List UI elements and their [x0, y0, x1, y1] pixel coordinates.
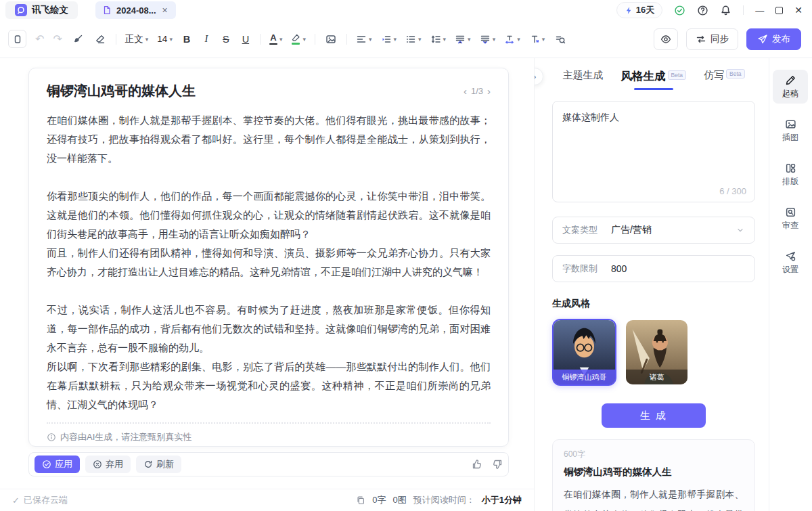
- article-paragraph[interactable]: 在咱们媒体圈，制作人就是那帮手握剧本、掌控节奏的大佬。他们得有眼光，挑出最带感的…: [47, 111, 491, 168]
- app-logo[interactable]: 讯飞绘文: [5, 1, 78, 19]
- doc-stats: 0字 0图 预计阅读时间： 小于1分钟: [356, 494, 522, 506]
- article-body: 在咱们媒体圈，制作人就是那帮手握剧本、掌控节奏的大佬。他们得有眼光，挑出最带感的…: [47, 111, 491, 414]
- document-tab[interactable]: 2024-08... ×: [95, 1, 176, 19]
- indent-select[interactable]: ▾: [381, 34, 397, 45]
- undo-icon[interactable]: ↶: [35, 32, 44, 45]
- font-size-select[interactable]: 14 ▾: [157, 34, 173, 44]
- refresh-button[interactable]: 刷新: [136, 456, 181, 473]
- copy-type-label: 文案类型: [562, 224, 597, 236]
- italic-button[interactable]: I: [201, 33, 212, 45]
- titlebar-divider: [743, 5, 744, 15]
- article-title[interactable]: 铜锣湾山鸡哥的媒体人生: [47, 82, 196, 100]
- find-replace-icon[interactable]: [554, 32, 567, 46]
- workspace: 铜锣湾山鸡哥的媒体人生 ‹ 1/3 › 在咱们媒体圈，制作人就是那帮手握剧本、掌…: [0, 58, 812, 511]
- beta-badge: Beta: [668, 70, 687, 80]
- rail-item-settings[interactable]: 设置: [773, 246, 808, 280]
- saved-check-icon[interactable]: [674, 5, 685, 16]
- thumbs-down-icon[interactable]: [492, 459, 503, 470]
- text-direction-select[interactable]: ▾: [529, 34, 545, 45]
- window-maximize-button[interactable]: [775, 7, 783, 14]
- version-pager: ‹ 1/3 ›: [464, 85, 491, 97]
- preview-button[interactable]: [654, 28, 678, 50]
- notifications-bell-icon[interactable]: [720, 5, 731, 16]
- generate-button[interactable]: 生 成: [602, 403, 706, 428]
- rail-item-illustration[interactable]: 插图: [773, 114, 808, 148]
- publish-button[interactable]: 发布: [746, 28, 801, 50]
- thumbs-up-icon[interactable]: [472, 459, 482, 470]
- chevron-down-icon: ▾: [443, 36, 447, 43]
- font-size-value: 14: [157, 34, 167, 44]
- trial-badge[interactable]: 16天: [616, 2, 662, 18]
- letter-spacing-select[interactable]: ▾: [504, 34, 520, 45]
- chevron-down-icon: ▾: [542, 36, 545, 43]
- panel-collapse-button[interactable]: ›: [535, 68, 543, 85]
- article-paragraph[interactable]: 不过，说实话，制作人这活儿也不容易。有时候为了赶进度，熬夜加班那是家常便饭。但你…: [47, 301, 491, 357]
- sync-button[interactable]: 同步: [686, 28, 738, 50]
- word-count: 0字: [372, 494, 386, 506]
- paragraph-spacing-before-select[interactable]: ▾: [455, 34, 471, 45]
- bold-button[interactable]: B: [181, 34, 192, 45]
- sync-label: 同步: [710, 33, 729, 45]
- publish-label: 发布: [772, 33, 790, 45]
- feedback-controls: [472, 459, 503, 470]
- rail-item-review[interactable]: 审查: [773, 202, 808, 236]
- result-preview: 在咱们媒体圈，制作人就是那帮手握剧本、掌控节奏的大佬。他们得有眼光，挑出最带感的: [564, 485, 744, 511]
- format-painter-icon[interactable]: [71, 32, 85, 46]
- check-circle-icon: [42, 460, 51, 469]
- paragraph-style-value: 正文: [125, 33, 143, 45]
- trial-days: 16天: [636, 4, 654, 16]
- tab-style-generation[interactable]: 风格生成Beta: [621, 69, 687, 90]
- line-height-select[interactable]: ▾: [430, 34, 447, 45]
- editor-column: 铜锣湾山鸡哥的媒体人生 ‹ 1/3 › 在咱们媒体圈，制作人就是那帮手握剧本、掌…: [0, 58, 535, 511]
- discard-button[interactable]: 弃用: [85, 456, 131, 473]
- bullet-list-icon: [405, 34, 416, 45]
- copy-type-value: 广告/营销: [611, 224, 652, 236]
- tab-topic-generation[interactable]: 主题生成: [563, 69, 604, 90]
- tab-imitate[interactable]: 仿写Beta: [704, 69, 745, 90]
- settings-send-icon: [785, 250, 796, 262]
- highlight-color-select[interactable]: ▾: [291, 34, 306, 45]
- chevron-down-icon: ▾: [169, 36, 173, 43]
- article-paragraph[interactable]: 你看那些顶尖的制作人，他们的作品，每一个画面都能震撼你的心灵，让你笑中带泪，泪中…: [47, 187, 491, 244]
- chevron-down-icon: ▾: [468, 36, 471, 43]
- format-toolbar: ↶ ↷ 正文 ▾ 14 ▾ B I S U A ▾: [0, 20, 812, 58]
- copy-icon[interactable]: [356, 495, 365, 505]
- article-paragraph[interactable]: 所以啊，下次看到那些精彩的剧集、电影，别忘了背后的英雄——那些默默付出的制作人们…: [47, 357, 491, 414]
- pager-next-icon[interactable]: ›: [487, 85, 491, 97]
- align-select[interactable]: ▾: [356, 34, 372, 45]
- redo-icon[interactable]: ↷: [53, 32, 62, 45]
- rail-item-layout[interactable]: 排版: [773, 158, 808, 192]
- font-color-select[interactable]: A ▾: [269, 33, 283, 45]
- insert-image-icon[interactable]: [324, 32, 338, 46]
- font-color-icon: A: [269, 33, 277, 45]
- pager-prev-icon[interactable]: ‹: [464, 85, 467, 97]
- apply-button[interactable]: 应用: [35, 456, 80, 473]
- align-left-icon: [356, 34, 367, 45]
- generated-result-card[interactable]: 600字 铜锣湾山鸡哥的媒体人生 在咱们媒体圈，制作人就是那帮手握剧本、掌控节奏…: [552, 439, 755, 511]
- rail-item-draft[interactable]: 起稿: [773, 70, 808, 104]
- chevron-down-icon: ▾: [493, 36, 496, 43]
- chevron-down-icon: ▾: [394, 36, 397, 43]
- chevron-down-icon: [736, 225, 745, 235]
- sync-arrows-icon: [696, 34, 706, 45]
- tab-close-icon[interactable]: ×: [161, 5, 169, 16]
- help-icon[interactable]: [697, 5, 708, 16]
- paragraph-spacing-after-select[interactable]: ▾: [480, 34, 496, 45]
- style-card-zhuge[interactable]: 诸葛: [625, 319, 689, 386]
- clear-format-eraser-icon[interactable]: [93, 32, 107, 46]
- strikethrough-button[interactable]: S: [221, 34, 231, 45]
- info-icon: [47, 432, 56, 442]
- article-paragraph[interactable]: 而且，制作人们还得有团队精神，懂得如何和导演、演员、摄影师等一众兄弟齐心协力。只…: [47, 244, 491, 282]
- dotted-divider: [47, 422, 491, 424]
- window-close-button[interactable]: ✕: [794, 5, 803, 16]
- copy-type-select[interactable]: 文案类型 广告/营销: [552, 217, 755, 244]
- underline-button[interactable]: U: [240, 34, 251, 45]
- beta-badge: Beta: [726, 69, 745, 79]
- style-card-shanji[interactable]: 铜锣湾山鸡哥: [552, 319, 616, 386]
- pen-icon: [785, 74, 796, 86]
- window-minimize-button[interactable]: —: [755, 5, 764, 16]
- list-select[interactable]: ▾: [405, 34, 422, 45]
- paragraph-style-select[interactable]: 正文 ▾: [125, 33, 149, 45]
- page-setup-button[interactable]: [8, 30, 26, 48]
- word-limit-input[interactable]: [611, 263, 692, 274]
